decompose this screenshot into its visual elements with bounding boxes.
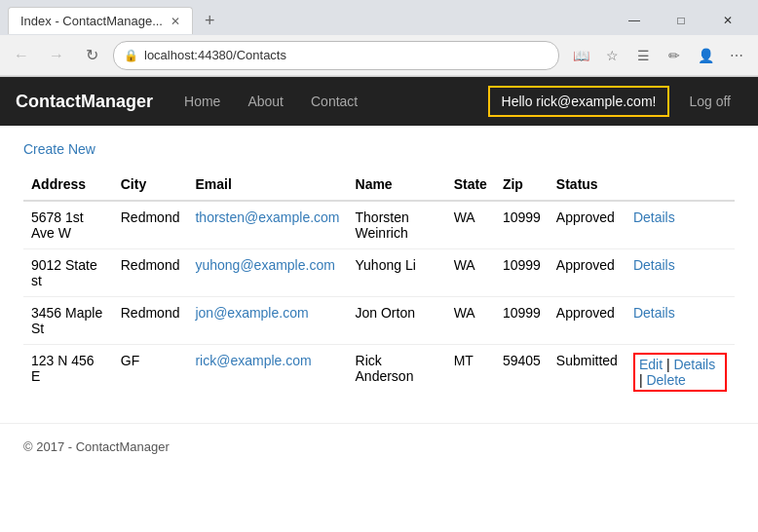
table-header: Address City Email Name State Zip Status [23,169,735,201]
hello-text: Hello rick@example.com! [488,86,670,117]
address-bar[interactable]: 🔒 localhost:44380/Contacts [113,41,559,70]
cell-state: WA [446,201,495,249]
col-actions [625,169,735,201]
action-details-link[interactable]: Details [633,257,675,273]
email-link[interactable]: jon@example.com [195,305,308,321]
col-email: Email [187,169,347,201]
cell-name: Rick Anderson [348,345,446,400]
cell-actions: Details [625,297,735,345]
tab-title: Index - ContactManage... [20,14,163,28]
cell-city: Redmond [113,201,188,249]
pen-icon[interactable]: ✏ [661,42,688,69]
cell-state: WA [446,297,495,345]
tab-close-icon[interactable]: ✕ [171,15,180,28]
cell-city: Redmond [113,249,188,297]
back-button[interactable]: ← [8,42,35,69]
nav-contact[interactable]: Contact [299,86,369,117]
app-navbar: ContactManager Home About Contact Hello … [0,77,758,126]
lock-icon: 🔒 [124,49,138,62]
cell-email: yuhong@example.com [187,249,347,297]
contacts-table: Address City Email Name State Zip Status… [23,169,735,399]
nav-links: Home About Contact [172,86,369,117]
close-button[interactable]: ✕ [705,7,750,34]
user-icon[interactable]: 👤 [692,42,719,69]
cell-address: 5678 1st Ave W [23,201,113,249]
cell-city: Redmond [113,297,188,345]
browser-chrome: Index - ContactManage... ✕ + — □ ✕ ← → ↻… [0,0,758,77]
address-bar-row: ← → ↻ 🔒 localhost:44380/Contacts 📖 ☆ ☰ ✏… [0,35,758,76]
col-city: City [113,169,188,201]
more-icon[interactable]: ⋯ [723,42,750,69]
cell-name: Yuhong Li [348,249,446,297]
col-status: Status [549,169,625,201]
cell-zip: 10999 [495,249,549,297]
cell-name: Jon Orton [348,297,446,345]
col-address: Address [23,169,113,201]
email-link[interactable]: yuhong@example.com [195,257,334,273]
cell-zip: 10999 [495,297,549,345]
cell-actions: Details [625,249,735,297]
collections-icon[interactable]: ☰ [629,42,657,69]
new-tab-button[interactable]: + [197,7,223,35]
minimize-button[interactable]: — [612,7,657,34]
action-details-link[interactable]: Details [673,357,715,372]
col-state: State [446,169,495,201]
cell-address: 9012 State st [23,249,113,297]
active-tab: Index - ContactManage... ✕ [8,7,193,34]
create-new-link[interactable]: Create New [23,141,95,157]
bookmark-icon[interactable]: ☆ [598,42,625,69]
logout-link[interactable]: Log off [677,86,742,117]
app-brand: ContactManager [16,92,153,112]
cell-status: Approved [549,201,625,249]
nav-home[interactable]: Home [172,86,232,117]
action-separator: | [663,357,673,372]
tab-bar: Index - ContactManage... ✕ + — □ ✕ [0,0,758,35]
reader-view-icon[interactable]: 📖 [567,42,594,69]
cell-status: Approved [549,297,625,345]
url-text: localhost:44380/Contacts [144,48,549,62]
col-zip: Zip [495,169,549,201]
cell-name: Thorsten Weinrich [348,201,446,249]
action-details-link[interactable]: Details [633,305,675,321]
cell-state: WA [446,249,495,297]
action-details-link[interactable]: Details [633,209,675,225]
cell-status: Submitted [549,345,625,400]
action-delete-link[interactable]: Delete [646,372,685,388]
table-body: 5678 1st Ave WRedmondthorsten@example.co… [23,201,735,399]
cell-actions: Edit | Details | Delete [625,345,735,400]
footer: © 2017 - ContactManager [0,423,758,470]
table-row: 5678 1st Ave WRedmondthorsten@example.co… [23,201,735,249]
cell-zip: 59405 [495,345,549,400]
table-row: 3456 Maple StRedmondjon@example.comJon O… [23,297,735,345]
cell-actions: Details [625,201,735,249]
nav-about[interactable]: About [236,86,295,117]
cell-email: rick@example.com [187,345,347,400]
email-link[interactable]: thorsten@example.com [195,209,339,225]
nav-right: Hello rick@example.com! Log off [488,86,742,117]
cell-email: thorsten@example.com [187,201,347,249]
col-name: Name [348,169,446,201]
cell-status: Approved [549,249,625,297]
cell-address: 123 N 456 E [23,345,113,400]
maximize-button[interactable]: □ [659,7,703,34]
footer-text: © 2017 - ContactManager [23,439,170,454]
table-row: 123 N 456 EGFrick@example.comRick Anders… [23,345,735,400]
main-content: Create New Address City Email Name State… [0,126,758,415]
cell-state: MT [446,345,495,400]
cell-zip: 10999 [495,201,549,249]
browser-toolbar: 📖 ☆ ☰ ✏ 👤 ⋯ [567,42,750,69]
email-link[interactable]: rick@example.com [195,353,311,368]
forward-button[interactable]: → [43,42,70,69]
table-row: 9012 State stRedmondyuhong@example.comYu… [23,249,735,297]
cell-city: GF [113,345,188,400]
cell-email: jon@example.com [187,297,347,345]
refresh-button[interactable]: ↻ [78,42,105,69]
action-edit-link[interactable]: Edit [639,357,663,372]
cell-address: 3456 Maple St [23,297,113,345]
window-controls: — □ ✕ [612,7,750,34]
